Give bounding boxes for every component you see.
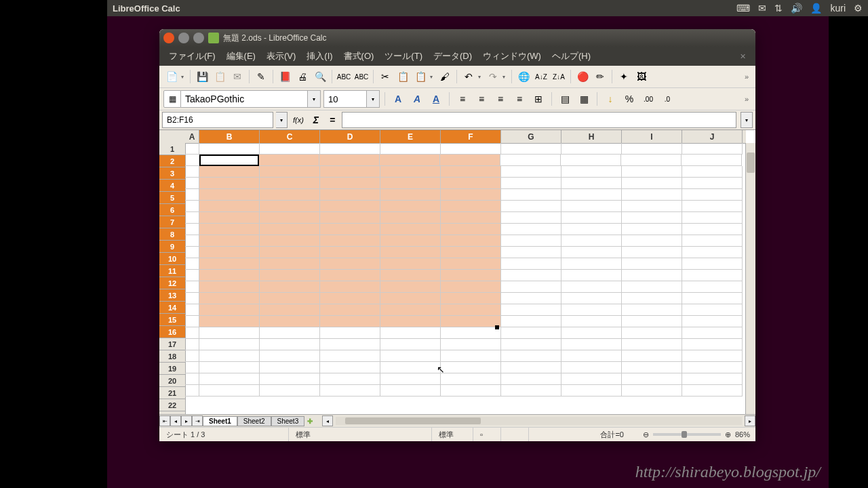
saveas-icon[interactable]: 📋 <box>212 68 228 85</box>
cell-B20[interactable] <box>199 362 260 373</box>
cell-J18[interactable] <box>682 339 743 350</box>
cell-C8[interactable] <box>260 224 320 235</box>
cell-I14[interactable] <box>622 293 682 304</box>
zoom-out-icon[interactable]: ⊖ <box>643 430 649 439</box>
sheet-tab-2[interactable]: Sheet2 <box>237 416 271 426</box>
cell-G10[interactable] <box>501 247 561 258</box>
cell-H3[interactable] <box>561 166 622 178</box>
cell-D18[interactable] <box>320 339 380 350</box>
cell-D13[interactable] <box>320 281 380 293</box>
cell-J10[interactable] <box>682 247 743 258</box>
align-center-icon[interactable]: ≡ <box>473 91 490 107</box>
vertical-scrollbar[interactable] <box>745 143 755 414</box>
cell-G1[interactable] <box>501 143 561 155</box>
menu-insert[interactable]: 挿入(I) <box>302 48 336 64</box>
cell-F9[interactable] <box>441 235 501 247</box>
cell-E13[interactable] <box>380 281 441 293</box>
cell-H8[interactable] <box>561 224 622 235</box>
align-justify-icon[interactable]: ≡ <box>511 91 528 107</box>
cell-E20[interactable] <box>380 362 441 373</box>
cell-J11[interactable] <box>682 258 743 270</box>
cell-C17[interactable] <box>260 327 320 339</box>
cell-J13[interactable] <box>682 281 743 293</box>
cell-C5[interactable] <box>260 189 320 201</box>
print-icon[interactable]: 🖨 <box>294 68 311 85</box>
cell-H9[interactable] <box>561 235 622 247</box>
cell-A10[interactable] <box>185 247 199 258</box>
network-icon[interactable]: ⇅ <box>774 3 783 14</box>
cell-F7[interactable] <box>441 212 501 224</box>
signature-icon[interactable] <box>501 428 529 441</box>
cell-E10[interactable] <box>380 247 441 258</box>
italic-icon[interactable]: A <box>409 91 425 107</box>
col-header-E[interactable]: E <box>380 130 441 143</box>
cell-E14[interactable] <box>380 293 441 304</box>
cell-D3[interactable] <box>320 166 380 178</box>
cell-J15[interactable] <box>682 304 743 316</box>
cell-D21[interactable] <box>320 373 380 385</box>
cell-E7[interactable] <box>380 212 441 224</box>
bold-icon[interactable]: A <box>390 91 406 107</box>
minimize-button[interactable] <box>178 33 189 43</box>
cell-H6[interactable] <box>561 201 622 212</box>
cell-H13[interactable] <box>561 281 622 293</box>
zoom-value[interactable]: 86% <box>735 430 750 439</box>
cell-D12[interactable] <box>320 270 380 281</box>
cell-I8[interactable] <box>622 224 682 235</box>
cell-A12[interactable] <box>185 270 199 281</box>
cell-A15[interactable] <box>185 304 199 316</box>
autospell-icon[interactable]: ABC <box>353 68 370 85</box>
menu-data[interactable]: データ(D) <box>429 48 476 64</box>
cell-A16[interactable] <box>185 316 199 327</box>
username[interactable]: kuri <box>830 3 846 14</box>
col-header-H[interactable]: H <box>561 130 622 143</box>
cell-H14[interactable] <box>561 293 622 304</box>
cell-B22[interactable] <box>199 385 260 396</box>
cell-B5[interactable] <box>199 189 260 201</box>
cell-C14[interactable] <box>260 293 320 304</box>
hscroll-left-icon[interactable]: ◂ <box>322 415 333 426</box>
menu-view[interactable]: 表示(V) <box>262 48 300 64</box>
cell-J1[interactable] <box>682 143 743 155</box>
cell-D9[interactable] <box>320 235 380 247</box>
cell-D5[interactable] <box>320 189 380 201</box>
cell-D16[interactable] <box>320 316 380 327</box>
cell-E9[interactable] <box>380 235 441 247</box>
cell-J6[interactable] <box>682 201 743 212</box>
row-header-10[interactable]: 10 <box>159 253 185 265</box>
cell-H16[interactable] <box>561 316 622 327</box>
cell-B13[interactable] <box>199 281 260 293</box>
cell-C2[interactable] <box>259 155 319 166</box>
row-header-1[interactable]: 1 <box>159 143 185 155</box>
mail-icon[interactable]: ✉ <box>758 3 766 14</box>
cell-B19[interactable] <box>199 350 260 362</box>
row-header-16[interactable]: 16 <box>159 326 185 338</box>
cell-H12[interactable] <box>561 270 622 281</box>
cell-G9[interactable] <box>501 235 561 247</box>
cell-B2[interactable] <box>199 155 259 166</box>
cell-B12[interactable] <box>199 270 260 281</box>
col-header-G[interactable]: G <box>501 130 561 143</box>
align-right-icon[interactable]: ≡ <box>492 91 509 107</box>
add-sheet-icon[interactable]: ✚ <box>304 418 315 425</box>
cell-E21[interactable] <box>380 373 441 385</box>
cell-E15[interactable] <box>380 304 441 316</box>
row-header-19[interactable]: 19 <box>159 363 185 375</box>
select-all-corner[interactable] <box>159 130 186 144</box>
cell-G16[interactable] <box>501 316 561 327</box>
cell-I16[interactable] <box>622 316 682 327</box>
cell-F6[interactable] <box>441 201 501 212</box>
merge-cells-icon[interactable]: ⊞ <box>530 91 547 107</box>
row-header-13[interactable]: 13 <box>159 289 185 302</box>
cell-D15[interactable] <box>320 304 380 316</box>
cell-H1[interactable] <box>561 143 622 155</box>
redo-icon[interactable]: ↷ <box>485 68 501 85</box>
cell-D10[interactable] <box>320 247 380 258</box>
cell-E6[interactable] <box>380 201 441 212</box>
cell-A3[interactable] <box>185 166 199 178</box>
format-overflow-icon[interactable]: » <box>742 95 751 103</box>
namebox-dropdown-icon[interactable]: ▾ <box>276 112 288 128</box>
cell-C10[interactable] <box>260 247 320 258</box>
paste-icon[interactable]: 📋 <box>412 68 429 85</box>
cell-I13[interactable] <box>622 281 682 293</box>
